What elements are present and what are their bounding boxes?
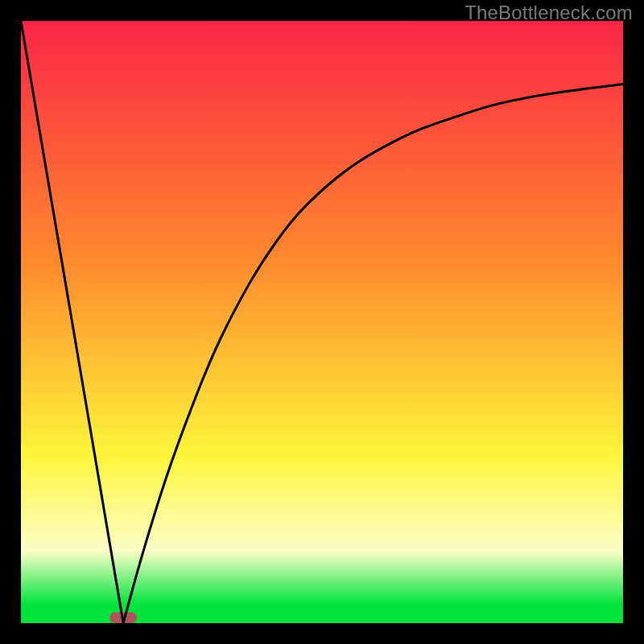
- chart-stage: TheBottleneck.com: [0, 0, 644, 644]
- bottleneck-chart: [0, 0, 644, 644]
- plot-background: [21, 21, 623, 623]
